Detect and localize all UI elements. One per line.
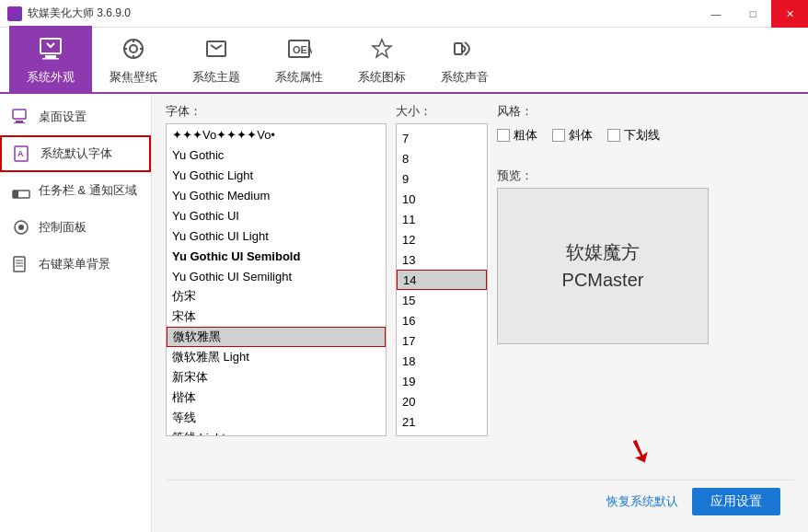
minimize-button[interactable]: — bbox=[698, 0, 734, 28]
nav-system-properties-label: 系统属性 bbox=[275, 69, 323, 86]
underline-checkbox-box[interactable] bbox=[607, 129, 620, 142]
font-list-item[interactable]: Yu Gothic UI Semilight bbox=[167, 266, 386, 286]
font-list-item[interactable]: Yu Gothic UI Light bbox=[167, 226, 386, 246]
size-panel-label: 大小： bbox=[396, 103, 488, 120]
font-list-item[interactable]: 微软雅黑 Light bbox=[167, 347, 386, 367]
close-button[interactable]: ✕ bbox=[771, 0, 808, 28]
context-menu-bg-icon bbox=[11, 254, 31, 274]
size-list-item[interactable]: 20 bbox=[397, 391, 487, 411]
bottom-bar: 恢复系统默认 应用设置 bbox=[166, 480, 794, 523]
size-list-item[interactable]: 16 bbox=[397, 310, 487, 330]
font-list-item[interactable]: 新宋体 bbox=[167, 367, 386, 387]
content-area: 字体： ✦✦✦Vo✦✦✦✦Vo•Yu GothicYu Gothic Light… bbox=[152, 94, 808, 532]
svg-point-4 bbox=[130, 45, 137, 52]
app-title: 软媒美化大师 3.6.9.0 bbox=[28, 6, 131, 21]
preview-box: 软媒魔方 PCMaster bbox=[497, 188, 709, 344]
nav-system-appearance-label: 系统外观 bbox=[27, 69, 75, 86]
font-list-item[interactable]: 楷体 bbox=[167, 387, 386, 408]
size-list-item[interactable]: 12 bbox=[397, 229, 487, 249]
size-list-item[interactable]: 8 bbox=[397, 148, 487, 168]
size-list-item[interactable]: 14 bbox=[397, 270, 487, 290]
size-list-item[interactable]: 18 bbox=[397, 351, 487, 371]
sidebar-context-menu-bg-label: 右键菜单背景 bbox=[39, 256, 110, 272]
size-panel: 大小： 678910111213141516171819202122 bbox=[396, 103, 488, 480]
nav-system-icons-label: 系统图标 bbox=[358, 69, 406, 86]
content-panels: 字体： ✦✦✦Vo✦✦✦✦Vo•Yu GothicYu Gothic Light… bbox=[166, 103, 794, 480]
size-list-item[interactable]: 11 bbox=[397, 209, 487, 229]
size-list-item[interactable]: 22 bbox=[397, 432, 487, 436]
font-list-item[interactable]: Yu Gothic bbox=[167, 145, 386, 165]
top-nav: 系统外观 聚焦壁纸 系统主题 OEM bbox=[0, 28, 808, 94]
svg-rect-20 bbox=[13, 191, 18, 198]
window-controls: — □ ✕ bbox=[698, 0, 808, 28]
sidebar-default-font-label: 系统默认字体 bbox=[40, 145, 112, 162]
italic-checkbox[interactable]: 斜体 bbox=[552, 127, 593, 144]
font-list[interactable]: ✦✦✦Vo✦✦✦✦Vo•Yu GothicYu Gothic LightYu G… bbox=[166, 123, 387, 436]
nav-focus-wallpaper[interactable]: 聚焦壁纸 bbox=[92, 26, 175, 92]
size-list-item[interactable]: 10 bbox=[397, 189, 487, 209]
font-list-item[interactable]: 微软雅黑 bbox=[167, 327, 386, 347]
font-list-item[interactable]: 宋体 bbox=[167, 306, 386, 327]
svg-rect-1 bbox=[45, 55, 56, 58]
sidebar-taskbar-notify-label: 任务栏 & 通知区域 bbox=[39, 182, 137, 199]
size-list-item[interactable]: 9 bbox=[397, 168, 487, 189]
arrow-container: ➘ bbox=[497, 344, 681, 480]
svg-rect-2 bbox=[42, 58, 59, 60]
nav-system-theme[interactable]: 系统主题 bbox=[175, 26, 258, 92]
preview-label: 预览： bbox=[497, 168, 681, 184]
sidebar-item-context-menu-bg[interactable]: 右键菜单背景 bbox=[0, 246, 151, 283]
size-list-item[interactable]: 15 bbox=[397, 290, 487, 310]
nav-focus-wallpaper-label: 聚焦壁纸 bbox=[110, 69, 157, 86]
nav-system-properties[interactable]: OEM 系统属性 bbox=[258, 26, 341, 92]
bold-checkbox-box[interactable] bbox=[497, 129, 510, 142]
svg-rect-15 bbox=[16, 121, 23, 122]
underline-checkbox[interactable]: 下划线 bbox=[607, 127, 660, 144]
font-list-item[interactable]: 仿宋 bbox=[167, 286, 386, 306]
preview-section: 预览： 软媒魔方 PCMaster bbox=[497, 168, 681, 344]
size-list-item[interactable]: 17 bbox=[397, 330, 487, 351]
sidebar-item-desktop-settings[interactable]: 桌面设置 bbox=[0, 98, 151, 135]
svg-text:A: A bbox=[17, 149, 24, 158]
italic-label: 斜体 bbox=[569, 127, 593, 144]
system-properties-icon: OEM bbox=[283, 32, 316, 65]
nav-system-icons[interactable]: 系统图标 bbox=[341, 26, 423, 92]
preview-line1: 软媒魔方 bbox=[566, 238, 640, 266]
system-icons-icon bbox=[365, 32, 398, 65]
size-list-item[interactable]: 7 bbox=[397, 128, 487, 148]
sidebar-item-control-panel[interactable]: 控制面板 bbox=[0, 209, 151, 246]
apply-settings-button[interactable]: 应用设置 bbox=[692, 488, 780, 515]
sidebar-item-default-font[interactable]: A 系统默认字体 bbox=[0, 135, 151, 172]
svg-marker-12 bbox=[373, 40, 391, 57]
style-panel: 风格： 粗体 斜体 下划线 预览： bbox=[497, 103, 681, 480]
nav-system-sound-label: 系统声音 bbox=[441, 69, 489, 86]
restore-default-link[interactable]: 恢复系统默认 bbox=[606, 493, 678, 510]
size-list[interactable]: 678910111213141516171819202122 bbox=[396, 123, 488, 436]
size-list-item[interactable]: 21 bbox=[397, 411, 487, 432]
system-theme-icon bbox=[200, 32, 233, 65]
font-list-item[interactable]: Yu Gothic UI bbox=[167, 205, 386, 226]
app-icon bbox=[7, 6, 22, 21]
maximize-button[interactable]: □ bbox=[734, 0, 771, 28]
focus-wallpaper-icon bbox=[117, 32, 150, 65]
size-list-item[interactable]: 13 bbox=[397, 249, 487, 270]
font-list-item[interactable]: ✦✦✦Vo✦✦✦✦Vo• bbox=[167, 124, 386, 145]
sidebar-item-taskbar-notify[interactable]: 任务栏 & 通知区域 bbox=[0, 172, 151, 209]
nav-system-sound[interactable]: 系统声音 bbox=[423, 26, 506, 92]
font-panel-label: 字体： bbox=[166, 103, 387, 120]
svg-rect-14 bbox=[13, 110, 26, 119]
font-list-item[interactable]: 等线 bbox=[167, 408, 386, 428]
italic-checkbox-box[interactable] bbox=[552, 129, 565, 142]
font-list-item[interactable]: Yu Gothic Light bbox=[167, 165, 386, 185]
nav-system-appearance[interactable]: 系统外观 bbox=[9, 26, 92, 92]
font-list-item[interactable]: Yu Gothic Medium bbox=[167, 185, 386, 205]
preview-line2: PCMaster bbox=[562, 266, 644, 294]
size-list-item[interactable]: 19 bbox=[397, 371, 487, 391]
svg-rect-23 bbox=[14, 257, 25, 272]
svg-rect-13 bbox=[455, 43, 462, 54]
svg-text:OEM: OEM bbox=[293, 44, 312, 55]
font-list-item[interactable]: 等线 Light bbox=[167, 428, 386, 436]
bold-checkbox[interactable]: 粗体 bbox=[497, 127, 537, 144]
main-container: 桌面设置 A 系统默认字体 任务栏 & 通知区域 bbox=[0, 94, 808, 532]
font-list-item[interactable]: Yu Gothic UI Semibold bbox=[167, 246, 386, 266]
style-checkboxes: 粗体 斜体 下划线 bbox=[497, 127, 681, 144]
